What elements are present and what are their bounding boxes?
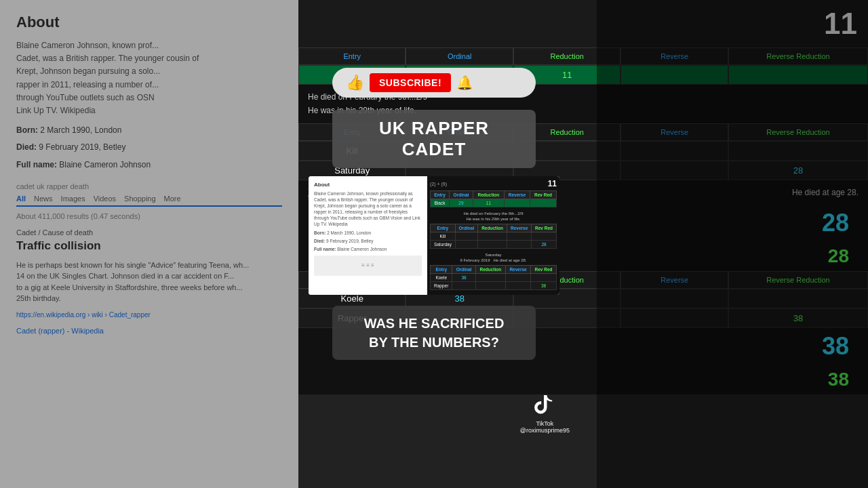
tab-all[interactable]: All [16,195,26,207]
tabs-row: All News Images Videos Shopping More [16,195,282,207]
died-line: Died: 9 February 2019, Betley [16,141,282,154]
fullname-label: Full name: [16,160,57,169]
th2-rev-red: Reverse Reduction [728,123,868,141]
th2-reverse: Reverse [620,123,728,141]
fullname-line: Full name: Blaine Cameron Johnson [16,159,282,171]
td-koele-r [513,289,621,308]
td-empty1 [620,65,728,85]
th-rev-red: Reverse Reduction [728,47,868,65]
td-koele-rr [728,289,868,308]
th3-rev-red: Reverse Reduction [728,271,868,289]
table3-row1: Koele 38 [298,289,868,308]
th3-reverse: Reverse [620,271,728,289]
th-reverse: Reverse [620,47,728,65]
td-kill-rv [620,141,728,161]
number38b-section: 38 [298,365,868,394]
tab-more[interactable]: More [164,195,181,203]
table1-section: Entry Ordinal Reduction Reverse Reverse … [298,47,868,85]
td-28: 28 [728,161,868,180]
table3-section: Entry Ordinal Reduction Reverse Reverse … [298,271,868,328]
about-title: About [16,14,282,31]
big-number-28: 28 [812,206,859,240]
td-sat-o [406,161,513,180]
number38-section: 38 [298,328,868,365]
saturday-bar: Saturday9 February 2019 He died at age 2… [298,180,868,205]
top-number: 11 [824,7,857,41]
th3-entry: Entry [298,271,406,289]
table2-header: Entry Ordinal Reduction Reverse Reverse … [298,123,868,141]
th2-ordinal: Ordinal [406,123,513,141]
td-rapper-r [513,308,621,328]
big-number-38: 38 [812,329,859,363]
td-empty2 [728,65,868,85]
td-rapper: Rapper [298,308,406,328]
td-saturday: Saturday [298,161,406,180]
saturday-label: Saturday9 February 2019 [308,183,357,202]
fullname-value: Blaine Cameron Johnson [59,160,151,169]
top-bar: 11 [298,0,868,47]
td-koele: Koele [298,289,406,308]
th2-reduction: Reduction [513,123,621,141]
td-koele-o: 38 [406,289,513,308]
tab-videos[interactable]: Videos [94,195,116,203]
text2: He died at age 28. [792,188,859,197]
table1-row: Black 29 11 [298,65,868,85]
number28b-section: 28 [298,241,868,271]
th-entry: Entry [298,47,406,65]
left-panel: About Blaine Cameron Johnson, known prof… [0,0,298,488]
table2-row2: Saturday 28 [298,161,868,180]
result-count: About 411,000 results (0.47 seconds) [16,212,282,220]
td-29: 29 [406,65,513,85]
tiktok-badge: TikTok @roximusprime95 [520,392,570,434]
th-reduction: Reduction [513,47,621,65]
search-meta: cadet uk rapper death [16,182,282,190]
td-black: Black [298,65,406,85]
number28-section: 28 [298,205,868,241]
th-ordinal: Ordinal [406,47,513,65]
traffic-text: He is perhaps best known for his single … [16,260,282,304]
right-panel: 11 Entry Ordinal Reduction Reverse Rever… [298,0,868,488]
tab-shopping[interactable]: Shopping [124,195,156,203]
born-value: 2 March 1990, London [40,125,121,135]
died-value: 9 February 2019, Betley [39,142,125,152]
th3-reduction: Reduction [513,271,621,289]
traffic-title: Traffic collision [16,239,282,253]
born-label: Born: [16,125,38,135]
tiktok-label: TikTok [536,420,554,427]
tab-news[interactable]: News [34,195,53,203]
td-kill-rr [728,141,868,161]
tiktok-handle: @roximusprime95 [520,427,570,434]
td-sat-rv [620,161,728,180]
died-label: Died: [16,142,37,152]
big-number-38b: 38 [818,366,859,393]
td-koele-rv [620,289,728,308]
wiki-url[interactable]: https://en.wikipedia.org › wiki › Cadet_… [16,310,282,320]
table1-header: Entry Ordinal Reduction Reverse Reverse … [298,47,868,65]
table2-row1: Kill [298,141,868,161]
td-kill-o [406,141,513,161]
wiki-link[interactable]: Cadet (rapper) - Wikipedia [16,325,282,337]
td-kill: Kill [298,141,406,161]
about-text: Blaine Cameron Johnson, known prof... Ca… [16,39,282,117]
big-number-28b: 28 [818,243,859,270]
table3-header: Entry Ordinal Reduction Reverse Reverse … [298,271,868,289]
born-line: Born: 2 March 1990, London [16,124,282,137]
td-rapper-rv [620,308,728,328]
td-kill-r [513,141,621,161]
td-11: 11 [513,65,621,85]
tab-images[interactable]: Images [61,195,85,203]
td-sat-r [513,161,621,180]
breadcrumb: Cadet / Cause of death [16,228,282,237]
td-rapper-rr: 38 [728,308,868,328]
background-layer: About Blaine Cameron Johnson, known prof… [0,0,868,488]
th2-entry: Entry [298,123,406,141]
tiktok-logo [534,392,555,419]
td-rapper-o [406,308,513,328]
table2-section: Entry Ordinal Reduction Reverse Reverse … [298,123,868,180]
text1: He died on February the 9th...2/9 He was… [298,85,868,123]
th3-ordinal: Ordinal [406,271,513,289]
table3-row2: Rapper 38 [298,308,868,328]
